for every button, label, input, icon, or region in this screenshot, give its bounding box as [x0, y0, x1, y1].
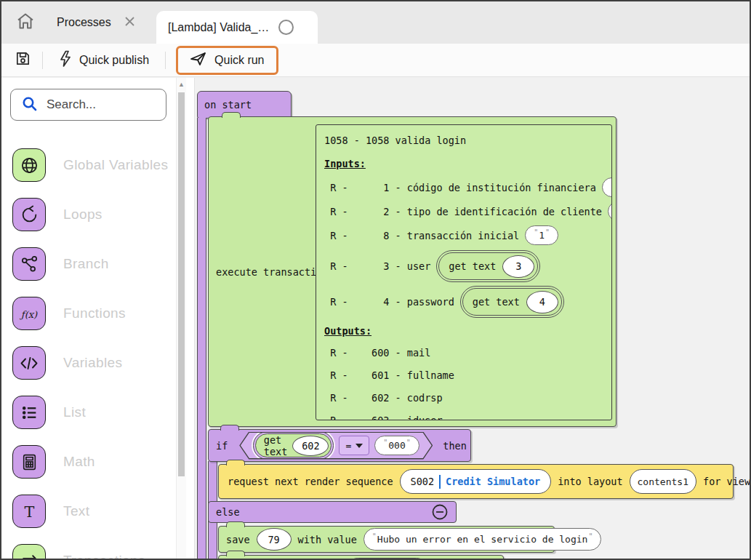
sidebar-canvas-gutter — [186, 78, 194, 559]
request-render-block[interactable]: request next render sequence S002 Credit… — [218, 464, 734, 499]
then-label: then — [443, 440, 467, 452]
execute-transaction-block[interactable]: execute transaction 1058 - 1058 valida l… — [208, 116, 617, 427]
input-row: R - 3 - user get text3 — [324, 249, 611, 283]
list-icon — [12, 396, 46, 429]
value-pill[interactable]: "1" — [525, 225, 558, 245]
toolbar-divider — [42, 52, 43, 69]
inputs-header: Inputs: — [324, 158, 366, 169]
save-button[interactable] — [12, 49, 33, 71]
search-icon — [22, 96, 37, 114]
input-row-text: R - 3 - user — [324, 260, 430, 272]
compare-value-pill[interactable]: "000" — [374, 436, 419, 455]
sidebar-item-label: Global Variables — [63, 157, 168, 173]
on-start-block[interactable]: on start — [197, 91, 292, 119]
scroll-up-arrow-icon[interactable]: ▲ — [177, 81, 186, 88]
connector-notch — [220, 425, 239, 431]
text-icon: T — [12, 495, 46, 528]
get-text-block[interactable]: get text602 — [253, 431, 334, 460]
quick-run-button[interactable]: Quick run — [176, 46, 278, 75]
branch-icon — [12, 247, 46, 281]
register-field[interactable]: 3 — [502, 255, 534, 278]
category-list: Global Variables Loops — [1, 140, 176, 560]
input-row: R - 1 - código de institución financiera… — [324, 177, 611, 197]
get-text-label: get text — [473, 296, 520, 308]
else-label: else — [216, 506, 240, 518]
get-text-block[interactable] — [344, 558, 430, 559]
code-icon — [12, 346, 46, 380]
output-row: R - 600 - mail — [324, 345, 611, 361]
sidebar-item-global-variables[interactable]: Global Variables — [1, 140, 176, 190]
else-row[interactable]: else — [208, 501, 457, 523]
value: 000 — [388, 440, 405, 451]
layout-pill[interactable]: contents1 — [630, 469, 696, 494]
sidebar-item-text[interactable]: T Text — [1, 487, 176, 536]
vertical-scrollbar: ▲ — [176, 78, 186, 559]
home-button[interactable] — [13, 12, 38, 33]
partial-block[interactable] — [218, 555, 504, 559]
tab-processes-label: Processes — [57, 16, 111, 29]
sidebar-item-label: List — [63, 404, 86, 420]
globe-icon — [12, 148, 46, 182]
search-input[interactable] — [47, 97, 148, 112]
operator-value: = — [345, 440, 351, 451]
svg-text:ƒ(x): ƒ(x) — [20, 308, 38, 319]
collapse-minus-icon[interactable] — [431, 503, 449, 521]
register-field[interactable]: 79 — [257, 528, 292, 551]
with-value-label: with value — [298, 534, 357, 545]
block-canvas[interactable]: on start execute transaction 1058 - 1058… — [194, 78, 750, 559]
sidebar-item-label: Functions — [63, 305, 126, 321]
connector-notch — [226, 521, 245, 527]
value-pill[interactable]: "VRTR" — [608, 201, 612, 221]
lightning-icon — [59, 50, 72, 71]
sidebar-item-branch[interactable]: Branch — [1, 239, 176, 289]
home-icon — [16, 12, 35, 33]
input-row: R - 8 - transacción inicial "1" — [324, 225, 611, 245]
tab-lambda-valida[interactable]: [Lambda] Valida_… — [156, 11, 318, 44]
scrollbar-thumb[interactable] — [178, 92, 185, 476]
output-row: R - 602 - codrsp — [324, 390, 611, 406]
transaction-detail-panel: 1058 - 1058 valida login Inputs: R - 1 -… — [316, 124, 612, 420]
if-block[interactable]: if get text602 = "000" then — [208, 429, 471, 462]
get-text-label: get text — [449, 260, 496, 272]
sidebar-item-loops[interactable]: Loops — [1, 190, 176, 239]
search-box[interactable] — [10, 89, 166, 121]
quick-publish-button[interactable]: Quick publish — [52, 50, 156, 71]
sidebar-item-functions[interactable]: ƒ(x) Functions — [1, 289, 176, 338]
sidebar-item-math[interactable]: Math — [1, 437, 176, 487]
tab-bar: Processes [Lambda] Valida_… — [1, 1, 750, 44]
sidebar-item-transactions[interactable]: Transactions — [1, 536, 176, 560]
on-start-label: on start — [204, 99, 252, 111]
if-label: if — [216, 440, 228, 452]
block-palette-sidebar: Global Variables Loops — [1, 78, 176, 559]
sidebar-item-label: Branch — [63, 256, 109, 272]
input-row-text: R - 8 - transacción inicial — [324, 230, 519, 241]
toolbar-divider — [165, 52, 166, 69]
operator-dropdown[interactable]: = — [339, 436, 369, 455]
sequence-pill[interactable]: S002 Credit Simulator — [400, 469, 552, 494]
connector-notch — [222, 112, 241, 118]
save-block[interactable]: save 79 with value "Hubo un error en el … — [218, 526, 555, 553]
value-pill[interactable]: "Hubo un error en el servicio de login" — [364, 528, 602, 551]
sidebar-item-list[interactable]: List — [1, 388, 176, 437]
close-icon[interactable] — [124, 16, 135, 30]
app-window: Processes [Lambda] Valida_… — [0, 0, 751, 560]
get-text-block[interactable]: get text3 — [436, 250, 540, 282]
execute-transaction-label: execute transaction — [216, 266, 328, 278]
connector-notch — [226, 460, 245, 465]
calculator-icon — [12, 445, 46, 479]
register-field[interactable]: 4 — [526, 291, 558, 313]
input-row: R - 4 - password get text4 — [324, 285, 611, 319]
value-pill[interactable]: "0000" — [602, 177, 612, 197]
outputs-header: Outputs: — [324, 325, 372, 337]
request-render-label: request next render sequence — [228, 476, 393, 487]
chevron-down-icon — [356, 444, 363, 448]
input-row-text: R - 4 - password — [324, 296, 454, 308]
sidebar-item-variables[interactable]: Variables — [1, 338, 176, 388]
register-field[interactable]: 602 — [292, 436, 329, 456]
toolbar: Quick publish Quick run — [1, 44, 750, 77]
sidebar-item-label: Loops — [63, 207, 103, 223]
tab-processes[interactable]: Processes — [57, 12, 135, 33]
get-text-block[interactable]: get text4 — [460, 286, 564, 318]
sidebar-item-label: Transactions — [63, 553, 145, 560]
svg-text:T: T — [24, 503, 34, 520]
